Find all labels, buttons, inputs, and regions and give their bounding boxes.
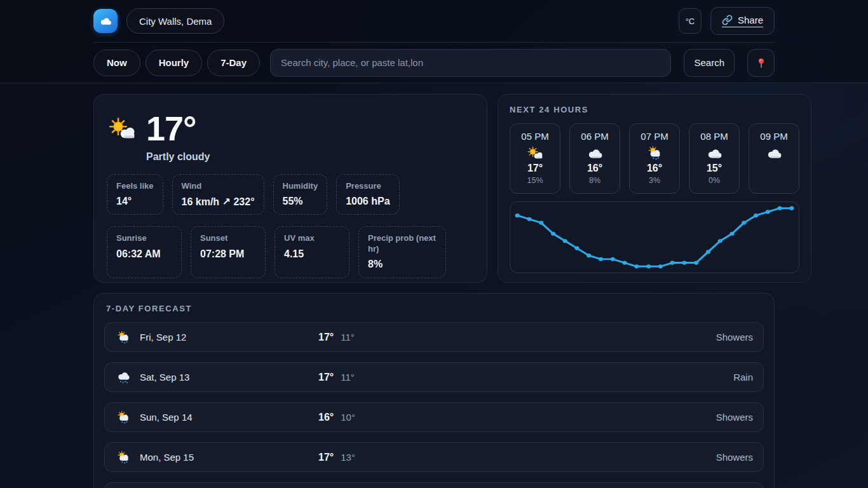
share-button-content: Share [722, 15, 763, 27]
unit-toggle-button[interactable]: °C [679, 8, 702, 34]
day-high-temp: 16° [318, 412, 334, 423]
seven-day-forecast-card: 7-DAY FORECAST Fri, Sep 12 17° 11° Showe… [93, 293, 775, 488]
stat-sunrise: Sunrise 06:32 AM [107, 226, 182, 278]
day-high-temp: 17° [318, 332, 334, 343]
hourly-temp-chart [510, 202, 799, 273]
title-row: City Walls, Dema °C Share [93, 0, 775, 43]
current-header: 17° Partly cloudy [107, 111, 474, 163]
rain-cloud-icon [115, 371, 132, 384]
current-temperature: 17° [146, 111, 210, 146]
locate-button[interactable] [747, 49, 775, 77]
hour-tile-7pm: 07 PM 16° 3% [629, 123, 680, 194]
day-condition: Showers [716, 332, 753, 342]
stat-humidity: Humidity 55% [273, 174, 328, 215]
location-label: City Walls, Dema [139, 16, 212, 27]
sun-behind-rain-cloud-icon [646, 146, 663, 160]
stats-row-2: Sunrise 06:32 AM Sunset 07:28 PM UV max … [107, 226, 474, 278]
day-condition: Rain [733, 372, 753, 383]
round-pushpin-icon [756, 57, 767, 69]
hourly-temp-chart-panel [510, 201, 799, 273]
day-rows: Fri, Sep 12 17° 11° Showers Sat, Sep 13 … [104, 322, 764, 488]
current-condition: Partly cloudy [146, 151, 210, 163]
day-low-temp: 13° [341, 452, 355, 463]
stats-row-1: Feels like 14° Wind 16 km/h ↗ 232° Humid… [107, 174, 474, 215]
hour-tile-8pm: 08 PM 15° 0% [689, 123, 740, 194]
day-low-temp: 11° [341, 372, 355, 383]
hour-tile-6pm: 06 PM 16° 8% [569, 123, 620, 194]
next-24-hours-title: NEXT 24 HOURS [510, 105, 799, 114]
day-low-temp: 10° [341, 412, 355, 423]
cloud-icon [765, 146, 783, 160]
search-button[interactable]: Search [684, 49, 735, 77]
day-row-partial[interactable] [104, 482, 764, 488]
share-button[interactable]: Share [710, 7, 775, 35]
day-high-temp: 17° [318, 452, 334, 463]
current-conditions-card: 17° Partly cloudy Feels like 14° Wind 16… [93, 94, 487, 283]
app-logo [93, 9, 118, 33]
tab-7-day[interactable]: 7-Day [207, 50, 260, 76]
seven-day-forecast-title: 7-DAY FORECAST [104, 304, 764, 313]
tab-now[interactable]: Now [93, 50, 140, 76]
stat-sunset: Sunset 07:28 PM [191, 226, 266, 278]
app-header: City Walls, Dema °C Share Now Hourly 7-D… [0, 0, 868, 83]
day-high-temp: 17° [318, 372, 334, 383]
day-row-sat[interactable]: Sat, Sep 13 17° 11° Rain [104, 362, 764, 392]
next-24-hours-card: NEXT 24 HOURS 05 PM 17° 15% 06 PM 16° 8%… [498, 94, 811, 283]
hourly-tiles-row: 05 PM 17° 15% 06 PM 16° 8% 07 PM 16° 3% [510, 123, 799, 194]
sun-behind-rain-cloud-icon [115, 411, 132, 424]
day-condition: Showers [716, 412, 753, 423]
sun-behind-cloud-icon [526, 146, 544, 160]
hour-tile-5pm: 05 PM 17° 15% [510, 123, 560, 194]
sun-behind-rain-cloud-icon [115, 331, 132, 344]
cloud-icon [705, 146, 723, 160]
stat-feels-like: Feels like 14° [107, 174, 163, 215]
day-condition: Showers [716, 452, 753, 463]
sun-behind-cloud-icon [107, 116, 137, 142]
top-cards-grid: 17° Partly cloudy Feels like 14° Wind 16… [93, 94, 775, 283]
location-chip[interactable]: City Walls, Dema [126, 8, 224, 34]
day-row-mon[interactable]: Mon, Sep 15 17° 13° Showers [104, 442, 764, 472]
stat-pressure: Pressure 1006 hPa [336, 174, 399, 215]
tab-hourly[interactable]: Hourly [146, 50, 203, 76]
stat-precip-prob: Precip prob (next hr) 8% [358, 226, 446, 278]
search-input[interactable] [270, 49, 671, 77]
nav-row: Now Hourly 7-Day Search [93, 43, 775, 83]
stat-wind: Wind 16 km/h ↗ 232° [172, 174, 264, 215]
cloud-icon [586, 146, 604, 160]
day-row-sun[interactable]: Sun, Sep 14 16° 10° Showers [104, 402, 764, 432]
stat-uv-max: UV max 4.15 [275, 226, 349, 278]
day-row-fri[interactable]: Fri, Sep 12 17° 11° Showers [104, 322, 764, 352]
share-label: Share [738, 15, 763, 25]
cloud-icon [98, 15, 112, 27]
day-low-temp: 11° [341, 332, 355, 342]
link-icon [722, 15, 733, 25]
sun-behind-rain-cloud-icon [115, 451, 132, 464]
hour-tile-9pm: 09 PM [749, 123, 799, 194]
